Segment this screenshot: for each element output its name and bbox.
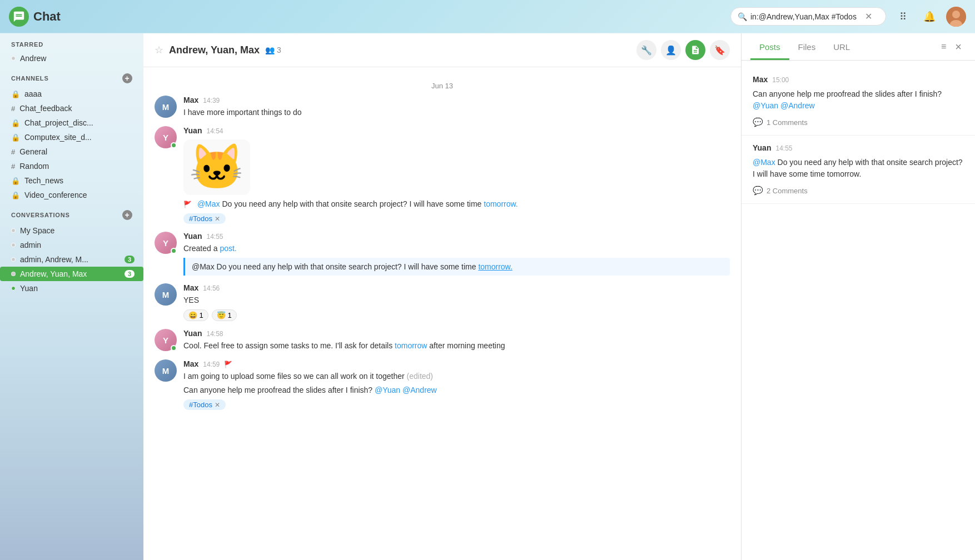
tomorrow-link[interactable]: tomorrow. xyxy=(484,199,518,208)
conv-myspace-label: My Space xyxy=(20,226,135,235)
posts-tabs-header: Posts Files URL ≡ × xyxy=(742,33,975,61)
post-item-2: Yuan 14:55 @Max Do you need any help wit… xyxy=(742,136,975,204)
tab-files[interactable]: Files xyxy=(789,33,825,60)
sidebar-item-andrew-yuan-max[interactable]: Andrew, Yuan, Max 3 xyxy=(0,267,143,281)
conversations-section-title: CONVERSATIONS + xyxy=(0,202,143,223)
conv-yuan-label: Yuan xyxy=(20,284,135,293)
members-icon: 👥 xyxy=(265,46,275,54)
reaction-1[interactable]: 😄 1 xyxy=(183,309,208,321)
sidebar-item-myspace[interactable]: My Space xyxy=(0,223,143,238)
channels-label: CHANNELS xyxy=(11,75,49,82)
chat-title: Andrew, Yuan, Max xyxy=(169,44,260,56)
status-dot-yuan xyxy=(11,286,16,291)
mention-yuan: @Yuan xyxy=(375,386,400,394)
sidebar-item-admin[interactable]: admin xyxy=(0,238,143,252)
mention-max-2: @Max xyxy=(192,262,215,271)
sidebar-item-technews[interactable]: 🔒 Tech_news xyxy=(0,173,143,188)
main-layout: STARRED Andrew CHANNELS + 🔒 aaaa # Chat_… xyxy=(0,33,975,560)
post-author: Max xyxy=(753,75,768,84)
message-header: Yuan 14:58 xyxy=(183,329,730,338)
sidebar-item-general[interactable]: # General xyxy=(0,144,143,159)
online-indicator xyxy=(171,142,177,148)
sidebar-item-chat-feedback[interactable]: # Chat_feedback xyxy=(0,101,143,116)
hash-icon: # xyxy=(11,104,15,113)
message-text: Created a post. xyxy=(183,243,730,254)
notification-icon[interactable]: 🔔 xyxy=(919,7,939,27)
star-icon[interactable]: ☆ xyxy=(155,44,163,56)
close-posts-button[interactable]: × xyxy=(951,36,966,58)
online-indicator-3 xyxy=(171,345,177,351)
status-dot-admin-andrew xyxy=(11,257,16,262)
starred-section-title: STARRED xyxy=(0,33,143,51)
comments-icon: 💬 xyxy=(753,117,763,127)
tomorrow-link-2[interactable]: tomorrow. xyxy=(478,262,512,271)
user-avatar[interactable] xyxy=(946,7,966,27)
badge-aym: 3 xyxy=(125,270,135,278)
logo: Chat xyxy=(9,7,61,27)
posts-button[interactable] xyxy=(685,40,705,60)
sidebar-item-videoconference[interactable]: 🔒 Video_conference xyxy=(0,188,143,202)
tab-posts[interactable]: Posts xyxy=(750,33,789,60)
status-dot-admin xyxy=(11,243,16,247)
tomorrow-link-3[interactable]: tomorrow xyxy=(395,341,427,350)
sort-icon[interactable]: ≡ xyxy=(937,37,951,56)
status-dot-offline xyxy=(11,56,16,61)
message-row: 🚩 @Max Do you need any help with that on… xyxy=(183,198,730,224)
avatar-yuan-3: Y xyxy=(155,329,177,351)
avatar-img: M xyxy=(155,359,177,382)
search-icon: 🔍 xyxy=(738,12,747,21)
lock-icon: 🔒 xyxy=(11,90,20,98)
grid-icon[interactable]: ⠿ xyxy=(893,7,913,27)
add-member-button[interactable]: 👤 xyxy=(661,40,681,60)
app-title: Chat xyxy=(33,9,61,24)
search-bar[interactable]: 🔍 ✕ xyxy=(730,7,886,26)
sidebar-item-yuan[interactable]: Yuan xyxy=(0,281,143,296)
tag-todos-badge[interactable]: #Todos ✕ xyxy=(183,213,226,224)
status-dot-aym xyxy=(11,272,16,276)
add-channel-button[interactable]: + xyxy=(122,73,132,83)
message-author: Max xyxy=(183,96,198,104)
post-comments-1[interactable]: 💬 1 Comments xyxy=(753,117,964,127)
sidebar-item-chat-project[interactable]: 🔒 Chat_project_disc... xyxy=(0,116,143,130)
post-author-2: Yuan xyxy=(753,143,771,152)
search-input[interactable] xyxy=(750,12,862,21)
add-conversation-button[interactable]: + xyxy=(122,210,132,220)
members-count: 3 xyxy=(277,46,281,54)
tag-close-icon[interactable]: ✕ xyxy=(215,215,220,223)
tag-todos-badge-2[interactable]: #Todos ✕ xyxy=(183,399,226,410)
chat-messages: Jun 13 M Max 14:39 I have more important… xyxy=(143,67,741,560)
message-author: Yuan xyxy=(183,232,202,241)
post-comments-2[interactable]: 💬 2 Comments xyxy=(753,186,964,196)
reaction-2[interactable]: 😇 1 xyxy=(212,309,237,321)
logo-icon xyxy=(9,7,29,27)
post-text-2: @Max Do you need any help with that onsi… xyxy=(753,157,964,180)
message-content: Yuan 14:58 Cool. Feel free to assign som… xyxy=(183,329,730,352)
lock-icon-5: 🔒 xyxy=(11,191,20,199)
chat-header: ☆ Andrew, Yuan, Max 👥 3 🔧 👤 🔖 xyxy=(143,33,741,67)
search-chat-button[interactable]: 🔧 xyxy=(636,40,656,60)
message-text: YES xyxy=(183,294,730,306)
search-clear-icon[interactable]: ✕ xyxy=(865,11,872,22)
sidebar-item-andrew[interactable]: Andrew xyxy=(0,51,143,66)
reactions: 😄 1 😇 1 xyxy=(183,309,730,321)
post-mention-andrew: @Andrew xyxy=(780,101,815,110)
sidebar-item-admin-andrew[interactable]: admin, Andrew, M... 3 xyxy=(0,252,143,267)
bookmark-button[interactable]: 🔖 xyxy=(710,40,730,60)
tab-url[interactable]: URL xyxy=(824,33,859,60)
message-row: M Max 14:59 🚩 I am going to upload some … xyxy=(155,359,730,410)
post-text: Can anyone help me proofread the slides … xyxy=(753,88,964,112)
message-author: Max xyxy=(183,359,198,368)
tag-todos-2: #Todos ✕ xyxy=(183,396,730,410)
sidebar-item-random[interactable]: # Random xyxy=(0,159,143,173)
avatar-img: M xyxy=(155,283,177,306)
message-row: Y Yuan 14:54 🐱 xyxy=(155,126,730,195)
message-row: M Max 14:56 YES 😄 1 😇 1 xyxy=(155,283,730,321)
channel-chatfeedback-label: Chat_feedback xyxy=(19,104,135,113)
hash-icon-3: # xyxy=(11,162,15,171)
post-link[interactable]: post. xyxy=(220,244,236,253)
flag-icon: 🚩 xyxy=(224,361,232,368)
sidebar-item-computex[interactable]: 🔒 Computex_site_d... xyxy=(0,130,143,144)
message-header: Yuan 14:54 xyxy=(183,126,730,135)
tag-close-icon-2[interactable]: ✕ xyxy=(215,401,220,409)
sidebar-item-aaaa[interactable]: 🔒 aaaa xyxy=(0,87,143,101)
